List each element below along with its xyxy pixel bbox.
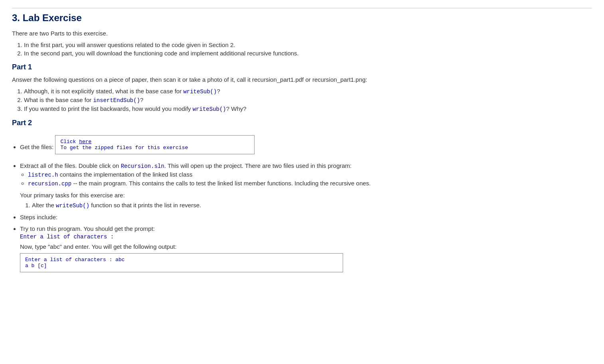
part2-title: Part 2 [12,119,592,127]
steps-label-text: Steps include: [20,214,57,220]
question-3-code: writeSub() [193,106,226,112]
tasks-list: Alter the writeSub() function so that it… [32,202,592,209]
question-3: If you wanted to print the list backward… [24,105,592,112]
intro-list-item-1: In the first part, you will answer quest… [24,41,592,48]
recursion-sln-code: Recursion.sln [121,163,164,169]
intro-list-item-2: In the second part, you will download th… [24,50,592,57]
steps-section: Steps include: [20,214,592,220]
step-1-text: Try to run this program. You should get … [20,225,155,232]
part1-description: Answer the following questions on a piec… [12,76,592,83]
task-1-code: writeSub() [56,203,89,209]
part1-questions: Although, it is not explicitly stated, w… [24,88,592,112]
question-2-code: insertEndSub() [93,97,140,104]
question-1-code: writeSub() [183,89,217,95]
page-title: 3. Lab Exercise [12,8,592,24]
extract-text-after: . This will open up the project. There a… [164,162,352,169]
task-1-text-before: Alter the [32,202,56,209]
question-2-text-before: What is the base case for [24,96,93,103]
sub-file-1: listrec.h contains the implementation of… [28,171,592,178]
prompt-code: Enter a list of characters : [20,234,592,240]
recursion-cpp-code: recursion.cpp [28,181,71,187]
download-code-box[interactable]: Click here To get the zipped files for t… [55,135,255,154]
intro-list: In the first part, you will answer quest… [24,41,592,57]
code-box-click: Click [60,139,79,145]
question-1-text-after: ? [217,88,220,94]
question-1-text-before: Although, it is not explicitly stated, w… [24,88,183,94]
now-type-text: Now, type "abc" and enter. You will get … [20,243,592,250]
primary-tasks-label: Your primary tasks for this exercise are… [20,192,592,199]
question-1: Although, it is not explicitly stated, w… [24,88,592,95]
sub-file-2: recursion.cpp -- the main program. This … [28,180,592,187]
steps-list: Try to run this program. You should get … [20,225,592,272]
code-box-line2: To get the zipped files for this exercis… [60,145,188,151]
steps-label: Steps include: [20,214,592,220]
listrec-code: listrec.h [28,172,58,178]
task-1: Alter the writeSub() function so that it… [32,202,592,209]
part2-bullet-list: Get the files: Click here To get the zip… [20,132,592,187]
steps-outer-list: Steps include: [20,214,592,220]
output-line2: a b [c] [25,263,47,269]
part1-title: Part 1 [12,63,592,71]
get-files-item: Get the files: Click here To get the zip… [20,132,592,159]
get-files-label: Get the files: [20,144,53,150]
extract-files-item: Extract all of the files. Double click o… [20,162,592,187]
output-code-box: Enter a list of characters : abc a b [c] [20,253,343,272]
question-2-text-after: ? [140,96,143,103]
download-link[interactable]: here [79,139,91,145]
question-3-text-before: If you wanted to print the list backward… [24,105,193,112]
listrec-text: contains the implementation of the linke… [58,171,193,178]
task-1-text-after: function so that it prints the list in r… [89,202,201,209]
primary-tasks-section: Your primary tasks for this exercise are… [20,192,592,209]
step-1-item: Try to run this program. You should get … [20,225,592,272]
question-2: What is the base case for insertEndSub()… [24,96,592,104]
extract-text-before: Extract all of the files. Double click o… [20,162,121,169]
sub-files-list: listrec.h contains the implementation of… [28,171,592,187]
question-3-text-after: ? Why? [226,105,247,112]
recursion-cpp-text: -- the main program. This contains the c… [71,180,371,187]
intro-text: There are two Parts to this exercise. [12,30,592,37]
output-line1: Enter a list of characters : abc [25,257,125,263]
